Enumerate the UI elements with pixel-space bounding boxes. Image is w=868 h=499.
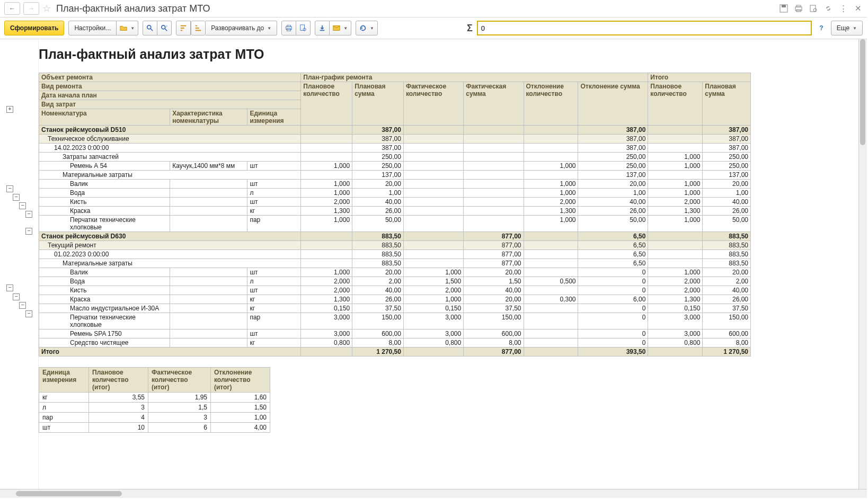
table-row[interactable]: Кистьшт2,00040,002,00040,0002,00040,00 <box>39 286 751 295</box>
collapse-all-button[interactable] <box>176 21 191 35</box>
table-row[interactable]: Средство чистящеекг0,8008,000,8008,0000,… <box>39 338 751 347</box>
outline-toggle[interactable]: − <box>6 284 13 291</box>
outline-toggle[interactable]: − <box>13 194 20 201</box>
favorite-star-icon[interactable]: ☆ <box>42 3 51 14</box>
table-row[interactable]: Краскакг1,30026,001,00020,000,3006,001,3… <box>39 295 751 304</box>
settings-button[interactable]: Настройки... <box>68 21 117 35</box>
outline-toggle[interactable]: − <box>19 202 26 209</box>
find-button[interactable] <box>143 21 157 35</box>
close-icon[interactable]: ✕ <box>853 4 863 13</box>
summary-header-dev-qty: Отклонение количество (итог) <box>211 368 270 393</box>
vertical-scrollbar[interactable] <box>858 39 867 489</box>
mail-icon <box>333 24 340 32</box>
table-row[interactable]: Масло индустриальное И-30Акг0,15037,500,… <box>39 304 751 313</box>
grand-total-plan-sum: 1 270,50 <box>352 347 404 357</box>
outline-toggle[interactable]: + <box>6 106 13 113</box>
find-next-button[interactable] <box>157 21 172 35</box>
form-report-label: Сформировать <box>10 24 58 32</box>
expand-all-button[interactable] <box>191 21 206 35</box>
summary-header-unit: Единица измерения <box>39 368 89 393</box>
header-dev-qty: Отклонение количество <box>524 82 578 126</box>
table-row[interactable]: Валикшт1,00020,001,00020,001,00020,00 <box>39 180 751 189</box>
svg-line-8 <box>150 29 153 31</box>
table-row[interactable]: л31,51,50 <box>39 403 270 413</box>
table-row[interactable]: Текущий ремонт883,50877,006,50883,50 <box>39 241 751 250</box>
printer-icon <box>285 24 293 32</box>
svg-line-10 <box>165 29 167 31</box>
header-plan-group: План-график ремонта <box>301 73 648 82</box>
expand-icon <box>194 24 202 32</box>
table-row[interactable]: пар431,00 <box>39 413 270 423</box>
table-row[interactable]: Станок рейсмусовый D630883,50877,006,508… <box>39 232 751 241</box>
sum-input[interactable] <box>477 21 812 35</box>
print-button[interactable] <box>281 21 296 35</box>
outline-toggle[interactable]: − <box>25 211 32 218</box>
collapse-icon <box>180 24 187 32</box>
table-row[interactable]: Кистьшт2,00040,002,00040,002,00040,00 <box>39 198 751 207</box>
table-row[interactable]: шт1064,00 <box>39 423 270 433</box>
outline-toggle[interactable]: − <box>6 185 13 192</box>
nav-forward-button[interactable]: → <box>23 2 39 15</box>
table-row[interactable]: Перчатки технические хлопковыепар1,00050… <box>39 216 751 232</box>
nav-back-button[interactable]: ← <box>4 2 20 15</box>
table-row[interactable]: Краскакг1,30026,001,30026,001,30026,00 <box>39 207 751 216</box>
svg-point-9 <box>162 25 165 29</box>
table-row[interactable]: Перчатки технические хлопковыепар3,00015… <box>39 313 751 329</box>
header-plan-qty: Плановое количество <box>301 82 352 126</box>
table-row[interactable]: 01.02.2023 0:00:00883,50877,006,50883,50 <box>39 250 751 259</box>
table-row[interactable]: Материальные затраты883,50877,006,50883,… <box>39 259 751 268</box>
horizontal-scrollbar[interactable] <box>0 489 867 498</box>
kebab-menu-icon[interactable]: ⋮ <box>838 4 848 13</box>
table-row[interactable]: 14.02.2023 0:00:00387,00387,00387,00 <box>39 144 751 153</box>
header-cost-type: Вид затрат <box>39 100 301 109</box>
email-button[interactable]: ▼ <box>330 21 351 35</box>
link-icon[interactable] <box>823 4 833 13</box>
refresh-button[interactable]: ▼ <box>356 21 378 35</box>
header-plan-date: Дата начала план <box>39 91 301 100</box>
header-object: Объект ремонта <box>39 73 301 82</box>
table-row[interactable]: Ремень SPA 1750шт3,000600,003,000600,000… <box>39 329 751 338</box>
search-next-icon <box>161 24 168 32</box>
header-tot-plan-qty: Плановое количество <box>648 82 703 126</box>
form-report-button[interactable]: Сформировать <box>4 21 64 35</box>
summary-header-fact-qty: Фактическое количество (итог) <box>148 368 211 393</box>
more-menu-label: Еще <box>837 24 849 32</box>
settings-dropdown-button[interactable]: ▼ <box>117 21 138 35</box>
save-file-button[interactable] <box>315 21 330 35</box>
table-row[interactable]: кг3,551,951,60 <box>39 393 270 403</box>
save-icon[interactable] <box>779 4 789 13</box>
svg-rect-18 <box>287 25 291 27</box>
header-dev-sum: Отклонение сумма <box>578 82 648 126</box>
outline-toggle[interactable]: − <box>19 302 26 309</box>
outline-toggle[interactable]: − <box>25 310 32 317</box>
table-row[interactable]: Техническое обслуживание387,00387,00387,… <box>39 135 751 144</box>
table-row[interactable]: Станок рейсмусовый D510387,00387,00387,0… <box>39 126 751 135</box>
more-menu-button[interactable]: Еще▼ <box>831 21 863 35</box>
header-unit: Единица измерения <box>247 109 301 126</box>
grand-total-label: Итого <box>39 347 301 357</box>
print-icon[interactable] <box>794 4 803 13</box>
table-row[interactable]: Ремень А 54Каучук,1400 мм*8 ммшт1,000250… <box>39 162 751 171</box>
page-preview-icon <box>299 24 307 32</box>
report-table: Объект ремонта План-график ремонта Итого… <box>39 73 751 357</box>
search-icon <box>146 24 154 32</box>
header-fact-sum: Фактическая сумма <box>464 82 524 126</box>
table-row[interactable]: Валикшт1,00020,001,00020,0001,00020,00 <box>39 268 751 277</box>
svg-rect-1 <box>782 5 786 7</box>
svg-point-6 <box>813 8 817 12</box>
help-icon[interactable]: ? <box>819 24 823 32</box>
expand-to-button[interactable]: Разворачивать до▼ <box>206 21 277 35</box>
table-row[interactable]: Водал1,0001,001,0001,001,0001,00 <box>39 189 751 198</box>
table-row[interactable]: Затраты запчастей250,00250,001,000250,00 <box>39 153 751 162</box>
window-title: План-фактный анализ затрат МТО <box>56 3 776 14</box>
outline-toggle[interactable]: − <box>25 228 32 235</box>
preview-icon[interactable] <box>809 4 818 13</box>
sigma-icon: Σ <box>467 23 473 34</box>
download-icon <box>318 24 326 32</box>
outline-toggle[interactable]: − <box>13 293 20 300</box>
print-preview-button[interactable] <box>296 21 311 35</box>
header-plan-sum: Плановая сумма <box>352 82 404 126</box>
table-row[interactable]: Материальные затраты137,00137,00137,00 <box>39 171 751 180</box>
table-row[interactable]: Водал2,0002,001,5001,500,50002,0002,00 <box>39 277 751 286</box>
header-total-group: Итого <box>648 73 751 82</box>
